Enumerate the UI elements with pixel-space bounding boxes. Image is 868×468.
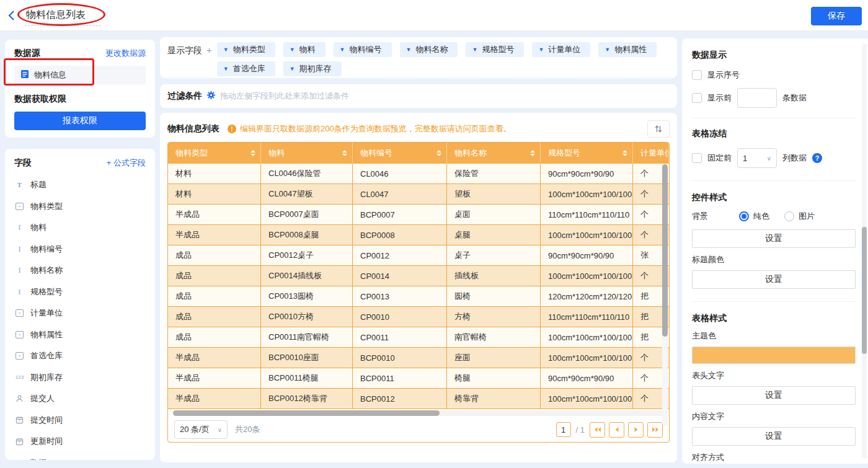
text-icon: I <box>14 266 25 275</box>
display-field-chip[interactable]: ▼ 物料编号 <box>334 42 392 57</box>
display-field-chip[interactable]: ▼ 规格型号 <box>466 42 524 57</box>
select-icon: ⌄ <box>14 351 25 360</box>
change-datasource-link[interactable]: 更改数据源 <box>105 48 146 59</box>
field-item[interactable]: I 规格型号 <box>14 286 146 298</box>
fix-columns-unit: 列数据 <box>782 152 807 164</box>
field-item[interactable]: I 物料名称 <box>14 265 146 276</box>
freeze-title: 表格冻结 <box>692 128 856 139</box>
display-field-chip[interactable]: ▼ 物料类型 <box>217 42 275 57</box>
table-row[interactable]: 材料 CL0046保险管 CL0046 保险管 90cm*90cm*90/90 … <box>168 164 669 184</box>
column-header[interactable]: 规格型号 <box>541 143 633 164</box>
report-permission-button[interactable]: 报表权限 <box>14 112 146 130</box>
field-item[interactable]: ⌄ 首选仓库 <box>14 350 146 361</box>
sort-arrows-icon[interactable] <box>622 150 627 156</box>
sort-arrows-icon[interactable] <box>342 150 347 156</box>
solid-color-radio[interactable] <box>739 211 749 221</box>
table-row[interactable]: 半成品 BCP0010座面 BCP0010 座面 100cm*100cm*100… <box>168 348 669 368</box>
field-item[interactable]: I 物料 <box>14 222 146 233</box>
back-chevron-icon[interactable] <box>7 10 16 21</box>
title-icon: T <box>14 180 25 189</box>
display-field-chip[interactable]: ▼ 首选仓库 <box>217 61 275 76</box>
content-text-label: 内容文字 <box>692 411 856 422</box>
help-icon[interactable]: ? <box>812 153 822 163</box>
field-item[interactable]: T 标题 <box>14 179 146 190</box>
show-first-checkbox[interactable] <box>692 93 702 103</box>
table-row[interactable]: 成品 CP0013圆椅 CP0013 圆椅 120cm*120cm*120/12… <box>168 286 669 307</box>
field-item-label: 物料编号 <box>30 244 63 255</box>
field-item-label: 数据ID <box>30 457 55 461</box>
header-text-set-button[interactable]: 设置 <box>692 386 856 405</box>
page-size-select[interactable]: 20 条/页 ∨ <box>174 420 228 439</box>
datasource-panel: 数据源 更改数据源 物料信息 数据获取权限 报表权限 <box>5 40 155 138</box>
field-item[interactable]: ⌄ 计量单位 <box>14 307 146 319</box>
title-color-set-button[interactable]: 设置 <box>692 270 856 289</box>
panel-scrollbar-thumb[interactable] <box>862 227 867 354</box>
table-row[interactable]: 半成品 BCP0012椅靠背 BCP0012 椅靠背 100cm*100cm*1… <box>168 389 669 409</box>
gear-icon[interactable] <box>206 91 216 102</box>
last-page-button[interactable] <box>647 422 663 438</box>
image-radio[interactable] <box>784 211 794 221</box>
table-row[interactable]: 半成品 BCP0011椅腿 BCP0011 椅腿 90cm*90cm*90/90… <box>168 368 669 389</box>
column-header[interactable]: 物料 <box>261 143 353 164</box>
datasource-item[interactable]: 物料信息 <box>14 66 146 84</box>
table-row[interactable]: 成品 CP0014插线板 CP0014 插线板 100cm*100cm*100/… <box>168 266 669 286</box>
display-field-chip[interactable]: ▼ 计量单位 <box>532 42 590 57</box>
warning-icon: ! <box>228 125 236 133</box>
page-number-input[interactable] <box>556 422 571 437</box>
display-field-chip[interactable]: ▼ 物料 <box>283 42 326 57</box>
table-row[interactable]: 成品 CP0012桌子 CP0012 桌子 90cm*90cm*90/90 张 <box>168 245 669 266</box>
content-text-set-button[interactable]: 设置 <box>692 427 856 446</box>
field-item[interactable]: 提交人 <box>14 393 146 404</box>
permission-title: 数据获取权限 <box>14 94 146 105</box>
svg-text:7: 7 <box>19 441 20 444</box>
next-page-button[interactable] <box>628 422 644 438</box>
sort-toggle-button[interactable] <box>647 120 670 138</box>
table-row[interactable]: 成品 CP0011南官帽椅 CP0011 南官帽椅 100cm*100cm*10… <box>168 327 669 348</box>
theme-color-swatch[interactable] <box>692 347 856 364</box>
display-field-chip[interactable]: ▼ 物料属性 <box>598 42 657 57</box>
column-header[interactable]: 物料类型 <box>168 143 261 164</box>
add-display-field-icon[interactable]: + <box>206 45 212 55</box>
add-formula-field-link[interactable]: + 公式字段 <box>107 157 146 169</box>
sort-arrows-icon[interactable] <box>530 150 535 156</box>
fix-columns-checkbox[interactable] <box>692 153 702 163</box>
field-item[interactable]: 7 更新时间 <box>14 436 146 447</box>
table-row[interactable]: 材料 CL0047望板 CL0047 望板 100cm*100cm*100/10… <box>168 184 669 205</box>
field-item[interactable]: I 物料编号 <box>14 244 146 255</box>
display-field-chip[interactable]: ▼ 物料名称 <box>400 42 458 57</box>
display-fields-card: 显示字段 + ▼ 物料类型 ▼ 物料 ▼ 物料编号 ▼ 物料名称 ▼ <box>160 37 677 78</box>
field-item-label: 首选仓库 <box>30 350 63 361</box>
fix-count-select[interactable]: 1 ∨ <box>737 148 777 168</box>
table-card: 物料信息列表 ! 编辑界面只取数据源前200条作为查询数据预览，完整数据请访问页… <box>160 113 677 462</box>
table-row[interactable]: 半成品 BCP0008桌腿 BCP0008 桌腿 100cm*100cm*100… <box>168 225 669 245</box>
table-style-title: 表格样式 <box>692 313 856 324</box>
chip-label: 物料类型 <box>233 44 265 55</box>
sort-arrows-icon[interactable] <box>250 150 255 156</box>
vertical-scrollbar-thumb[interactable] <box>662 164 668 337</box>
filter-label: 过滤条件 <box>167 91 202 102</box>
save-button[interactable]: 保存 <box>811 7 862 25</box>
show-first-count-input[interactable] <box>737 88 777 108</box>
column-header[interactable]: 计量单位 <box>633 143 669 164</box>
background-set-button[interactable]: 设置 <box>692 229 856 248</box>
field-item[interactable]: I 数据ID <box>14 457 146 461</box>
field-item[interactable]: ⌄ 物料属性 <box>14 329 146 340</box>
chevron-down-icon: ▼ <box>406 46 412 53</box>
field-item[interactable]: ⌄ 物料类型 <box>14 201 146 212</box>
table-row[interactable]: 半成品 BCP0007桌面 BCP0007 桌面 110cm*110cm*110… <box>168 205 669 225</box>
horizontal-scrollbar <box>168 409 669 417</box>
sort-arrows-icon[interactable] <box>436 150 441 156</box>
column-header[interactable]: 物料编号 <box>353 143 447 164</box>
field-item[interactable]: 123 期初库存 <box>14 372 146 383</box>
document-icon <box>20 69 29 81</box>
field-item-label: 物料类型 <box>30 201 63 212</box>
first-page-button[interactable] <box>590 422 605 438</box>
fix-first-label: 固定前 <box>707 152 732 164</box>
column-header[interactable]: 物料名称 <box>447 143 541 164</box>
display-field-chip[interactable]: ▼ 期初库存 <box>283 61 342 76</box>
prev-page-button[interactable] <box>609 422 624 438</box>
horizontal-scrollbar-thumb[interactable] <box>173 410 440 416</box>
show-index-checkbox[interactable] <box>692 70 702 80</box>
field-item[interactable]: 7 提交时间 <box>14 415 146 426</box>
table-row[interactable]: 成品 CP0010方椅 CP0010 方椅 110cm*110cm*110/11… <box>168 307 669 327</box>
